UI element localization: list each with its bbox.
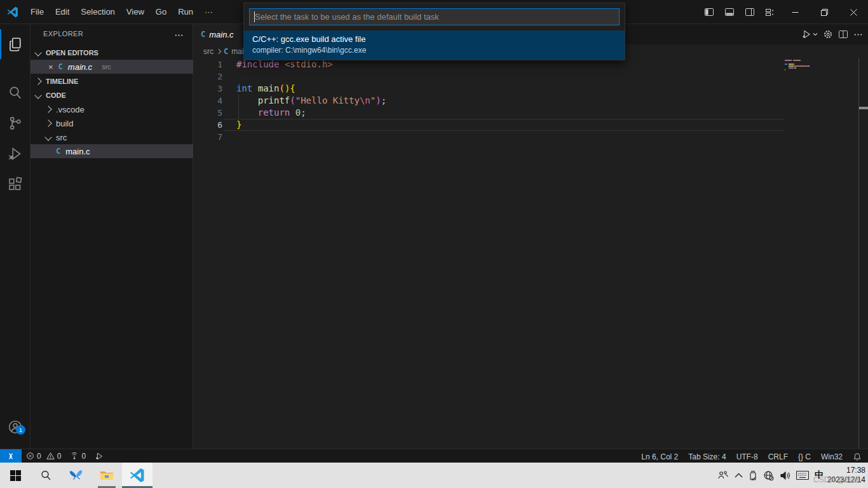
ports-count: 0 bbox=[81, 452, 86, 461]
timeline-header[interactable]: TIMELINE bbox=[31, 74, 198, 88]
status-cursor-position[interactable]: Ln 6, Col 2 bbox=[636, 450, 683, 463]
status-encoding[interactable]: UTF-8 bbox=[731, 450, 763, 463]
code-token: main bbox=[258, 83, 280, 93]
editor-more-actions-icon[interactable] bbox=[853, 30, 863, 39]
people-tray-icon[interactable] bbox=[717, 470, 729, 480]
tree-item-label: build bbox=[56, 119, 73, 128]
explorer-more-actions-icon[interactable] bbox=[174, 30, 184, 40]
network-globe-icon[interactable] bbox=[763, 470, 774, 481]
extensions-icon[interactable] bbox=[0, 169, 31, 199]
open-editor-main-c[interactable]: × C main.c src bbox=[31, 60, 210, 74]
status-eol[interactable]: CRLF bbox=[763, 450, 793, 463]
code-line-7: 7 bbox=[193, 131, 868, 143]
code-token: ( bbox=[290, 95, 295, 105]
explorer-icon[interactable] bbox=[0, 29, 31, 59]
status-tab-size[interactable]: Tab Size: 4 bbox=[683, 450, 731, 463]
file-explorer-icon[interactable] bbox=[92, 463, 122, 488]
menu-item-view[interactable]: View bbox=[121, 0, 150, 24]
open-editor-folder: src bbox=[102, 63, 111, 71]
status-bar: 0 0 0 Ln 6, Col 2Tab Size: 4UTF-8CRLF{} … bbox=[0, 449, 868, 463]
butterfly-app-icon[interactable] bbox=[61, 463, 92, 488]
line-number: 5 bbox=[193, 107, 222, 119]
tree-item-build[interactable]: build bbox=[31, 116, 208, 130]
statusbar-right: Ln 6, Col 2Tab Size: 4UTF-8CRLF{} CWin32 bbox=[636, 450, 867, 463]
task-option-detail: compiler: C:\mingw64\bin\gcc.exe bbox=[252, 45, 625, 56]
code-line-4: 4 printf("Hello Kitty\n"); bbox=[193, 95, 868, 107]
sidebar-title: EXPLORER bbox=[43, 30, 83, 37]
chevron-down-icon bbox=[34, 49, 41, 56]
configure-gear-icon[interactable] bbox=[823, 29, 833, 39]
taskbar-vscode-icon[interactable] bbox=[122, 463, 153, 488]
code-token: return bbox=[258, 107, 290, 118]
menu-item-go[interactable]: Go bbox=[150, 0, 172, 24]
code-line-text bbox=[222, 131, 236, 143]
tree-item-vscode[interactable]: .vscode bbox=[31, 102, 208, 116]
minimap-line bbox=[785, 67, 858, 69]
breadcrumb-folder[interactable]: src bbox=[203, 47, 214, 56]
ime-indicator[interactable]: 中 bbox=[815, 470, 824, 481]
minimap-line bbox=[785, 64, 858, 65]
search-icon[interactable] bbox=[0, 78, 31, 107]
code-token bbox=[236, 95, 258, 105]
code-line-5: 5 return 0; bbox=[193, 107, 868, 119]
code-line-text: return 0; bbox=[222, 107, 306, 119]
split-editor-icon[interactable] bbox=[838, 29, 848, 39]
code-line-3: 3int main(){ bbox=[193, 83, 868, 95]
hidden-icons-chevron[interactable] bbox=[735, 473, 743, 478]
task-search-input[interactable] bbox=[249, 8, 620, 25]
account-badge: 1 bbox=[16, 425, 25, 435]
debug-status-icon[interactable] bbox=[90, 449, 108, 463]
vscode-window: FileEditSelectionViewGoRun··· bbox=[0, 0, 868, 488]
volume-icon[interactable] bbox=[780, 471, 790, 480]
timeline-label: TIMELINE bbox=[46, 78, 78, 85]
account-icon[interactable] bbox=[0, 412, 31, 442]
tree-item-src[interactable]: src bbox=[31, 130, 208, 144]
code-folder-header[interactable]: CODE bbox=[31, 88, 198, 102]
code-token: "Hello Kitty bbox=[295, 95, 360, 105]
status-language-mode[interactable]: {} C bbox=[793, 450, 816, 463]
open-editors-header[interactable]: OPEN EDITORS bbox=[31, 46, 198, 60]
notifications-bell-icon[interactable] bbox=[848, 450, 867, 463]
menu-item-edit[interactable]: Edit bbox=[50, 0, 75, 24]
remote-indicator[interactable] bbox=[0, 449, 22, 463]
minimap[interactable] bbox=[785, 60, 858, 73]
close-editor-icon[interactable]: × bbox=[48, 62, 53, 72]
code-token: \n bbox=[360, 95, 370, 105]
taskbar-clock[interactable]: 17:38 2023/12/14 bbox=[827, 466, 865, 485]
minimap-line bbox=[785, 69, 858, 71]
run-and-debug-icon[interactable] bbox=[0, 139, 31, 168]
overview-ruler[interactable] bbox=[858, 58, 868, 449]
menu-item-run[interactable]: Run bbox=[172, 0, 199, 24]
menu-item-selection[interactable]: Selection bbox=[75, 0, 120, 24]
start-button[interactable] bbox=[0, 463, 31, 488]
touch-keyboard-icon[interactable] bbox=[796, 471, 809, 480]
toggle-primary-sidebar-icon[interactable] bbox=[699, 0, 719, 24]
menu-item-[interactable]: ··· bbox=[199, 0, 219, 24]
problems-indicator[interactable]: 0 0 bbox=[22, 449, 65, 463]
tab-main-c[interactable]: C main.c bbox=[193, 24, 241, 44]
restore-button[interactable] bbox=[810, 0, 839, 24]
usb-tray-icon[interactable] bbox=[749, 470, 757, 481]
tree-item-label: src bbox=[56, 133, 67, 142]
explorer-sidebar: EXPLORER OPEN EDITORS × C main.c src TIM… bbox=[31, 24, 193, 449]
taskbar-search-icon[interactable] bbox=[31, 463, 61, 488]
ports-indicator[interactable]: 0 bbox=[65, 449, 90, 463]
source-control-icon[interactable] bbox=[0, 108, 31, 138]
code-editor[interactable]: 1#include <stdio.h>23int main(){4 printf… bbox=[193, 58, 868, 449]
task-option-gcc-build[interactable]: C/C++: gcc.exe build active file compile… bbox=[244, 30, 625, 60]
customize-layout-icon[interactable] bbox=[760, 0, 780, 24]
toggle-secondary-sidebar-icon[interactable] bbox=[740, 0, 760, 24]
menu-item-file[interactable]: File bbox=[25, 0, 50, 24]
windows-taskbar: 中 17:38 2023/12/14 bbox=[0, 463, 868, 488]
text-caret bbox=[254, 11, 255, 22]
status-platform[interactable]: Win32 bbox=[816, 450, 848, 463]
chevron-down-icon bbox=[44, 133, 51, 140]
code-token: (){ bbox=[279, 83, 295, 93]
tree-item-mainc[interactable]: Cmain.c bbox=[31, 144, 218, 158]
minimize-button[interactable] bbox=[780, 0, 810, 24]
toggle-panel-icon[interactable] bbox=[719, 0, 740, 24]
workspace-folder-label: CODE bbox=[46, 92, 66, 99]
run-or-debug-button[interactable] bbox=[801, 29, 818, 39]
chevron-right-icon bbox=[216, 49, 221, 54]
close-window-button[interactable] bbox=[839, 0, 868, 24]
